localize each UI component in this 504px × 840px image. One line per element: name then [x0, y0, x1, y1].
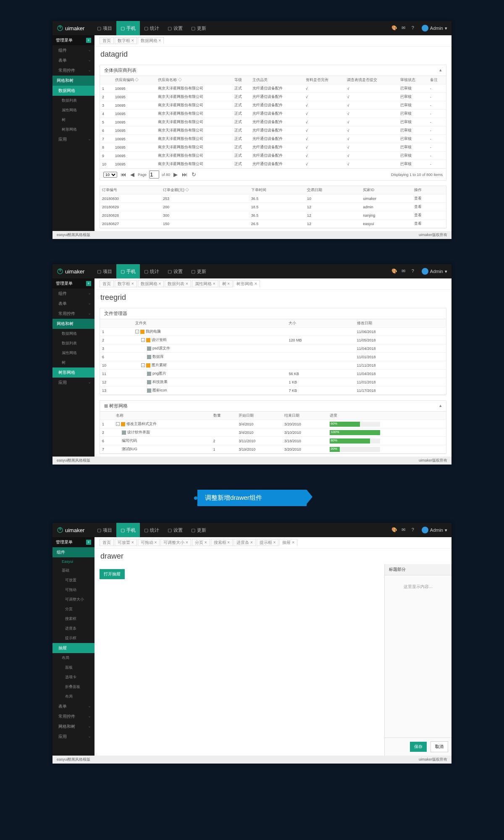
column-header[interactable]: 进度	[328, 412, 446, 420]
sidebar-item[interactable]: 常用控件⌄	[52, 66, 94, 76]
sidebar-item[interactable]: 网格和树	[52, 76, 94, 86]
cancel-button[interactable]: 取消	[430, 741, 448, 752]
tree-row[interactable]: 6编写代码23/11/20103/18/201080%	[100, 437, 446, 445]
mail-icon[interactable]: ✉	[402, 268, 407, 274]
breadcrumb-tab[interactable]: 可拖动 ×	[138, 539, 160, 546]
pager-next[interactable]: ▶	[173, 171, 178, 178]
sidebar-item[interactable]: 布局	[52, 692, 94, 701]
breadcrumb-tab[interactable]: 首页	[100, 539, 114, 546]
tree-row[interactable]: 6数据库11/01/2018	[100, 353, 446, 361]
topnav-设置[interactable]: ▢设置	[163, 21, 187, 35]
sidebar-item[interactable]: 树	[52, 358, 94, 368]
breadcrumb-tab[interactable]: 数据网格 ×	[138, 280, 164, 287]
sidebar-item[interactable]: 组件	[52, 547, 94, 557]
sidebar-item[interactable]: 数据网格	[52, 329, 94, 339]
table-row[interactable]: 910695南京天泽星网股份有限公司正式光纤通信设备配件√√已审核-	[100, 152, 446, 160]
sidebar-item[interactable]: 选项卡	[52, 672, 94, 682]
user-menu[interactable]: Admin ▾	[422, 25, 447, 32]
sidebar-item[interactable]: 可拖动	[52, 585, 94, 595]
sidebar-item[interactable]: 数据列表	[52, 339, 94, 348]
mail-icon[interactable]: ✉	[402, 527, 407, 533]
column-header[interactable]: 资料是否完善	[304, 76, 345, 84]
topnav-手机[interactable]: ▢手机	[116, 264, 140, 278]
sidebar-item[interactable]: 组件⌄	[52, 289, 94, 299]
sidebar-item[interactable]: 常用控件⌄	[52, 309, 94, 319]
topnav-更新[interactable]: ▢更新	[187, 523, 210, 537]
column-header[interactable]	[100, 319, 133, 328]
expand-icon[interactable]: -	[141, 338, 145, 342]
sidebar-item[interactable]: 树形网格	[52, 368, 94, 378]
tree-row[interactable]: 1-我的电脑11/06/2018	[100, 328, 446, 336]
tree-row[interactable]: 11png图片56 KB11/04/2018	[100, 370, 446, 378]
column-header[interactable]: 订单金额(元) ◇	[161, 186, 249, 194]
column-header[interactable]: 供应商名称 ◇	[156, 76, 232, 84]
tree-row[interactable]: 2设计软件界面3/4/20103/10/2010100%	[100, 428, 446, 437]
column-header[interactable]: 操作	[412, 186, 446, 194]
column-header[interactable]	[100, 412, 114, 420]
sidebar-item[interactable]: 组件⌄	[52, 45, 94, 55]
breadcrumb-tab[interactable]: 属性网格 ×	[192, 280, 218, 287]
sidebar-item[interactable]: 属性网格	[52, 105, 94, 115]
topnav-更新[interactable]: ▢更新	[187, 264, 210, 278]
breadcrumb-tab[interactable]: 数字框 ×	[115, 37, 137, 44]
table-row[interactable]: 410695南京天泽星网股份有限公司正式光纤通信设备配件√√已审核-	[100, 110, 446, 118]
page-size-select[interactable]: 10	[103, 172, 117, 178]
column-header[interactable]	[100, 76, 113, 84]
sidebar-item[interactable]: Easyui	[52, 557, 94, 566]
open-drawer-button[interactable]: 打开抽屉	[100, 569, 125, 579]
tree-row[interactable]: 10-图片素材11/11/2018	[100, 361, 446, 370]
tree-row[interactable]: 1-修改主题样式文件3/4/20103/20/201060%	[100, 420, 446, 428]
topnav-设置[interactable]: ▢设置	[163, 523, 187, 537]
column-header[interactable]: 修改日期	[355, 319, 446, 328]
sidebar-item[interactable]: 进度条	[52, 624, 94, 633]
sidebar-item[interactable]: 网格和树	[52, 319, 94, 329]
table-row[interactable]: 110695南京天泽星网股份有限公司正式光纤通信设备配件√√已审核-	[100, 84, 446, 93]
sidebar-item[interactable]: 数据网格	[52, 86, 94, 96]
breadcrumb-tab[interactable]: 抽屉 ×	[279, 539, 297, 546]
table-row[interactable]: 2018082715026.512easyui查看	[100, 220, 446, 228]
mail-icon[interactable]: ✉	[402, 25, 407, 31]
sidebar-item[interactable]: 可放置	[52, 575, 94, 585]
table-row[interactable]: 310695南京天泽星网股份有限公司正式光纤通信设备配件√√已审核-	[100, 101, 446, 110]
column-header[interactable]: 结束日期	[282, 412, 328, 420]
topnav-项目[interactable]: ▢项目	[93, 21, 116, 35]
sidebar-item[interactable]: 数据列表	[52, 96, 94, 105]
column-header[interactable]: 买家ID	[361, 186, 412, 194]
user-menu[interactable]: Admin ▾	[422, 527, 447, 533]
topnav-项目[interactable]: ▢项目	[93, 523, 116, 537]
help-icon[interactable]: ?	[412, 25, 417, 31]
help-icon[interactable]: ?	[412, 268, 417, 274]
column-header[interactable]: 审核状态	[398, 76, 428, 84]
breadcrumb-tab[interactable]: 数据列表 ×	[165, 280, 191, 287]
palette-icon[interactable]: 🎨	[391, 527, 397, 533]
breadcrumb-tab[interactable]: 进度条 ×	[234, 539, 256, 546]
tree-row[interactable]: 7测试BUG13/19/20103/20/201020%	[100, 445, 446, 454]
sidebar-item[interactable]: 网格和树⌄	[52, 722, 94, 732]
sidebar-item[interactable]: 应用⌄	[52, 134, 94, 144]
pager-last[interactable]: ⏭	[181, 171, 188, 178]
sidebar-item[interactable]: 基础	[52, 566, 94, 575]
sidebar-item[interactable]: 分页	[52, 604, 94, 614]
breadcrumb-tab[interactable]: 提示框 ×	[257, 539, 279, 546]
sidebar-item[interactable]: 提示框	[52, 633, 94, 643]
table-row[interactable]: 2018083025336.510uimaker查看	[100, 194, 446, 203]
collapse-icon[interactable]: ▴	[439, 67, 442, 74]
breadcrumb-tab[interactable]: 树 ×	[219, 280, 233, 287]
pager-prev[interactable]: ◀	[129, 171, 135, 178]
sidebar-item[interactable]: 表单⌄	[52, 299, 94, 309]
help-icon[interactable]: ?	[412, 527, 417, 533]
sidebar-item[interactable]: 布局	[52, 653, 94, 663]
pager-first[interactable]: ⏮	[120, 171, 127, 178]
expand-icon[interactable]: -	[135, 330, 139, 333]
sidebar-item[interactable]: 可调整大小	[52, 595, 94, 604]
sidebar-item[interactable]: 树形网格	[52, 125, 94, 134]
sidebar-item[interactable]: 面板	[52, 663, 94, 672]
column-header[interactable]: 文件夹	[133, 319, 286, 328]
sidebar-item[interactable]: 属性网格	[52, 348, 94, 358]
column-header[interactable]: 名称	[114, 412, 211, 420]
palette-icon[interactable]: 🎨	[391, 268, 397, 274]
collapse-icon[interactable]: ▴	[439, 403, 442, 409]
expand-icon[interactable]: -	[116, 422, 120, 426]
sidebar-item[interactable]: 表单⌄	[52, 701, 94, 711]
sidebar-item[interactable]: 应用⌄	[52, 378, 94, 388]
